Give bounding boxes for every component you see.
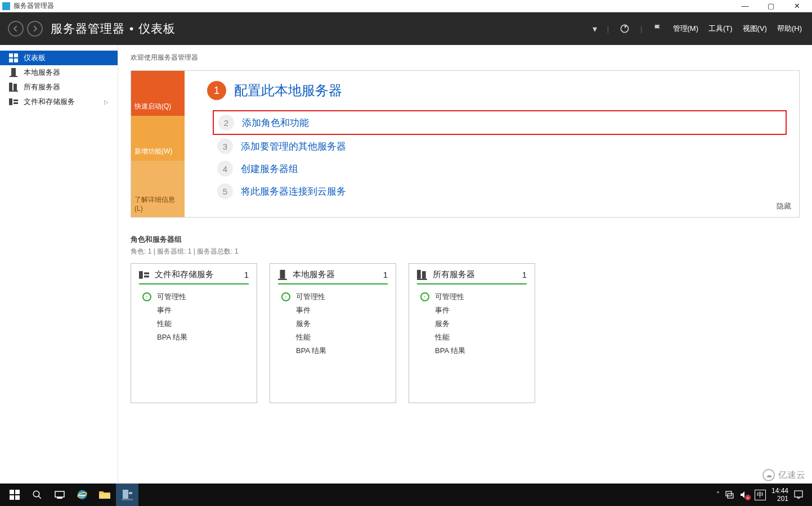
- welcome-heading: 欢迎使用服务器管理器: [131, 53, 800, 62]
- server-manager-icon: [121, 489, 133, 501]
- svg-rect-9: [9, 91, 18, 92]
- sidebar-label: 所有服务器: [24, 82, 60, 92]
- svg-rect-31: [123, 490, 128, 499]
- svg-rect-18: [417, 270, 421, 279]
- step-create-group[interactable]: 4 创建服务器组: [213, 157, 787, 180]
- step-label: 添加角色和功能: [242, 116, 309, 129]
- maximize-button[interactable]: ▢: [758, 0, 784, 12]
- dropdown-indicator[interactable]: ▾: [593, 24, 597, 34]
- sidebar-item-file-storage[interactable]: 文件和存储服务 ▷: [0, 94, 118, 109]
- card-row[interactable]: ↑可管理性: [417, 290, 527, 304]
- tray-ime[interactable]: 中: [755, 490, 766, 500]
- menu-view[interactable]: 视图(V): [743, 24, 767, 34]
- windows-icon: [10, 490, 20, 500]
- svg-rect-7: [9, 83, 12, 91]
- notifications-button[interactable]: [653, 24, 663, 34]
- menu-help[interactable]: 帮助(H): [777, 24, 802, 34]
- card-row[interactable]: 事件: [278, 304, 388, 317]
- sidebar-item-dashboard[interactable]: 仪表板: [0, 51, 118, 65]
- welcome-title[interactable]: 配置此本地服务器: [234, 82, 342, 100]
- tray-notifications-icon[interactable]: [794, 490, 803, 499]
- hide-link[interactable]: 隐藏: [777, 201, 791, 211]
- card-file-storage[interactable]: 文件和存储服务 1 ↑可管理性 事件 性能 BPA 结果: [131, 263, 257, 403]
- taskbar-explorer[interactable]: [93, 484, 116, 506]
- welcome-tab-learn[interactable]: 了解详细信息(L): [131, 161, 185, 217]
- step-connect-cloud[interactable]: 5 将此服务器连接到云服务: [213, 180, 787, 202]
- step-label: 将此服务器连接到云服务: [241, 185, 346, 198]
- card-row[interactable]: 性能: [417, 331, 527, 344]
- card-row[interactable]: BPA 结果: [139, 331, 249, 344]
- card-row[interactable]: BPA 结果: [278, 344, 388, 358]
- step-add-roles[interactable]: 2 添加角色和功能: [213, 110, 787, 135]
- app-icon: [2, 2, 10, 10]
- card-local-server[interactable]: 本地服务器 1 ↑可管理性 事件 服务 性能 BPA 结果: [270, 263, 396, 403]
- status-ok-icon: ↑: [420, 292, 429, 301]
- welcome-tab-new[interactable]: 新增功能(W): [131, 116, 185, 161]
- chevron-right-icon: ▷: [104, 99, 109, 105]
- nav-back-button[interactable]: [8, 21, 24, 37]
- menu-tools[interactable]: 工具(T): [708, 24, 733, 34]
- svg-rect-26: [55, 491, 64, 497]
- close-button[interactable]: ✕: [784, 0, 810, 12]
- breadcrumb-page[interactable]: 仪表板: [138, 21, 176, 37]
- card-row[interactable]: ↑可管理性: [139, 290, 249, 304]
- svg-rect-27: [57, 498, 62, 499]
- tray-up-icon[interactable]: ˄: [716, 491, 720, 499]
- task-view-button[interactable]: [48, 484, 71, 506]
- sidebar-item-all-servers[interactable]: 所有服务器: [0, 80, 118, 94]
- step-1-badge: 1: [207, 81, 226, 100]
- svg-rect-24: [15, 495, 20, 500]
- svg-rect-13: [139, 271, 143, 279]
- card-title: 本地服务器: [293, 269, 335, 280]
- svg-rect-11: [14, 100, 18, 101]
- start-button[interactable]: [3, 484, 26, 506]
- title-bar: 服务器管理器 — ▢ ✕: [0, 0, 812, 12]
- card-row[interactable]: 服务: [278, 317, 388, 331]
- step-number: 5: [217, 183, 233, 199]
- refresh-button[interactable]: [619, 23, 630, 34]
- card-row[interactable]: 性能: [139, 317, 249, 331]
- minimize-button[interactable]: —: [732, 0, 758, 12]
- svg-rect-15: [144, 275, 149, 277]
- breadcrumb-app[interactable]: 服务器管理器: [51, 21, 125, 37]
- card-row[interactable]: BPA 结果: [417, 344, 527, 358]
- card-row[interactable]: 事件: [139, 304, 249, 317]
- tray-network-icon[interactable]: [725, 491, 734, 499]
- card-row[interactable]: ↑可管理性: [278, 290, 388, 304]
- menu-manage[interactable]: 管理(M): [673, 24, 699, 34]
- welcome-tab-quickstart[interactable]: 快速启动(Q): [131, 71, 185, 116]
- search-button[interactable]: [26, 484, 48, 506]
- card-row[interactable]: 事件: [417, 304, 527, 317]
- svg-rect-16: [280, 270, 285, 279]
- svg-rect-2: [14, 53, 18, 57]
- taskbar-server-manager[interactable]: [116, 484, 138, 506]
- svg-rect-5: [11, 68, 16, 76]
- servers-icon: [417, 270, 427, 280]
- nav-forward-button[interactable]: [27, 21, 43, 37]
- taskview-icon: [55, 491, 65, 499]
- tray-clock[interactable]: 14:44 201: [771, 487, 788, 503]
- svg-rect-12: [14, 102, 18, 104]
- tray-volume-icon[interactable]: ×: [740, 491, 749, 499]
- ie-icon: [76, 489, 88, 501]
- header-bar: 服务器管理器 • 仪表板 ▾ | | 管理(M) 工具(T) 视图(V) 帮助(…: [0, 12, 812, 45]
- taskbar: ˄ × 中 14:44 201: [0, 484, 812, 506]
- card-row[interactable]: 性能: [278, 331, 388, 344]
- svg-rect-21: [10, 490, 14, 494]
- arrow-left-icon: [12, 25, 20, 33]
- server-icon: [278, 270, 287, 280]
- servers-icon: [9, 83, 18, 92]
- step-add-servers[interactable]: 3 添加要管理的其他服务器: [213, 135, 787, 157]
- divider: |: [607, 25, 609, 33]
- taskbar-ie[interactable]: [71, 484, 93, 506]
- svg-rect-4: [14, 58, 18, 62]
- card-all-servers[interactable]: 所有服务器 1 ↑可管理性 事件 服务 性能 BPA 结果: [409, 263, 535, 403]
- sidebar-item-local-server[interactable]: 本地服务器: [0, 65, 118, 80]
- svg-rect-22: [15, 490, 20, 494]
- svg-rect-17: [278, 278, 287, 279]
- step-label: 添加要管理的其他服务器: [241, 140, 346, 153]
- card-title: 所有服务器: [433, 269, 475, 280]
- card-row[interactable]: 服务: [417, 317, 527, 331]
- card-count: 1: [244, 270, 249, 279]
- watermark: ☁ 亿速云: [762, 469, 805, 481]
